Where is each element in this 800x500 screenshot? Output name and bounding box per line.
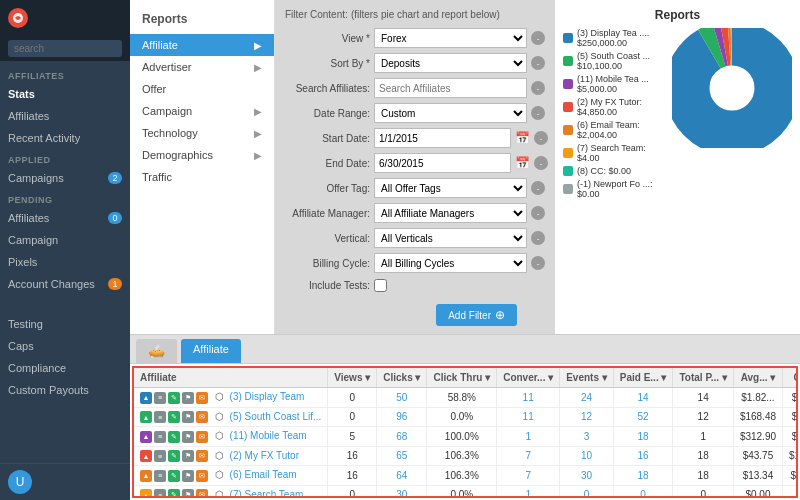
col-paid-e[interactable]: Paid E... ▾ — [613, 368, 673, 388]
reports-item-technology[interactable]: Technology ▶ — [130, 122, 274, 144]
cell-conver: 7 — [497, 446, 560, 466]
filter-clear-vertical[interactable]: - — [531, 231, 545, 245]
legend-dot — [563, 102, 573, 112]
reports-item-advertiser[interactable]: Advertiser ▶ — [130, 56, 274, 78]
affiliate-name-link[interactable]: (5) South Coast Lif... — [230, 411, 322, 422]
sidebar-item-testing[interactable]: Testing — [0, 313, 130, 335]
col-views[interactable]: Views ▾ — [328, 368, 377, 388]
filter-clear-sortby[interactable]: - — [531, 56, 545, 70]
filter-clear-startdate[interactable]: - — [534, 131, 548, 145]
col-avg[interactable]: Avg... ▾ — [733, 368, 782, 388]
sidebar-item-stats[interactable]: Stats — [0, 83, 130, 105]
cell-views: 5 — [328, 427, 377, 447]
filter-clear-offertag[interactable]: - — [531, 181, 545, 195]
col-cost[interactable]: Cost ▾ — [783, 368, 798, 388]
sidebar-item-affiliates-p[interactable]: Affiliates 0 — [0, 207, 130, 229]
arrow-icon: ▶ — [254, 150, 262, 161]
sidebar-item-custom-payouts[interactable]: Custom Payouts — [0, 379, 130, 401]
filter-clear-affmanager[interactable]: - — [531, 206, 545, 220]
calendar-icon[interactable]: 📅 — [515, 131, 530, 145]
tab-pie[interactable]: 🥧 — [136, 339, 177, 363]
include-tests-checkbox[interactable] — [374, 279, 387, 292]
col-total-p[interactable]: Total P... ▾ — [673, 368, 733, 388]
affiliate-name-link[interactable]: (11) Mobile Team — [230, 430, 307, 441]
affiliate-name-link[interactable]: (3) Display Team — [230, 391, 305, 402]
vertical-select[interactable]: All Verticals — [374, 228, 527, 248]
row-icon-flag: ⚑ — [182, 470, 194, 482]
reports-item-campaign[interactable]: Campaign ▶ — [130, 100, 274, 122]
calendar-icon-end[interactable]: 📅 — [515, 156, 530, 170]
filter-clear-view[interactable]: - — [531, 31, 545, 45]
reports-item-traffic[interactable]: Traffic — [130, 166, 274, 188]
view-select[interactable]: Forex — [374, 28, 527, 48]
filter-clear-enddate[interactable]: - — [534, 156, 548, 170]
sidebar: AFFILIATES Stats Affiliates Recent Activ… — [0, 0, 130, 500]
sidebar-item-pixels[interactable]: Pixels — [0, 251, 130, 273]
sidebar-item-campaign[interactable]: Campaign — [0, 229, 130, 251]
row-icon-flag: ⚑ — [182, 392, 194, 404]
row-icon-person: ▲ — [140, 489, 152, 498]
end-date-input[interactable] — [374, 153, 511, 173]
affmanager-select[interactable]: All Affiliate Managers — [374, 203, 527, 223]
add-filter-button[interactable]: Add Filter ⊕ — [436, 304, 517, 326]
col-clicks[interactable]: Clicks ▾ — [377, 368, 427, 388]
affiliate-name-link[interactable]: (7) Search Team — [230, 489, 304, 499]
daterange-select[interactable]: Custom — [374, 103, 527, 123]
cell-paid-e: 0 — [613, 485, 673, 498]
chart-legend: (3) Display Tea .... $250,000.00 (5) Sou… — [563, 28, 664, 202]
tab-affiliate[interactable]: Affiliate — [181, 339, 241, 363]
reports-item-affiliate[interactable]: Affiliate ▶ — [130, 34, 274, 56]
sidebar-item-campaigns[interactable]: Campaigns 2 — [0, 167, 130, 189]
sortby-select[interactable]: Deposits — [374, 53, 527, 73]
row-icon-affiliate: ⬡ — [215, 450, 224, 461]
reports-item-offer[interactable]: Offer — [130, 78, 274, 100]
row-icon-mail: ✉ — [196, 489, 208, 498]
sidebar-item-recent-activity[interactable]: Recent Activity — [0, 127, 130, 149]
sidebar-section-applied: APPLIED — [0, 149, 130, 167]
data-table: Affiliate Views ▾ Clicks ▾ Click Thru ▾ … — [134, 368, 798, 498]
filter-clear-daterange[interactable]: - — [531, 106, 545, 120]
sidebar-item-caps[interactable]: Caps — [0, 335, 130, 357]
col-conver[interactable]: Conver... ▾ — [497, 368, 560, 388]
row-icon-affiliate: ⬡ — [215, 411, 224, 422]
cell-clicks: 64 — [377, 466, 427, 486]
cell-events: 0 — [560, 485, 614, 498]
affiliate-name-link[interactable]: (2) My FX Tutor — [230, 450, 299, 461]
filter-clear-billingcycle[interactable]: - — [531, 256, 545, 270]
start-date-input[interactable] — [374, 128, 511, 148]
filter-label-enddate: End Date: — [285, 158, 370, 169]
affiliate-name-link[interactable]: (6) Email Team — [230, 469, 297, 480]
filter-label-vertical: Vertical: — [285, 233, 370, 244]
filter-row-vertical: Vertical: All Verticals - — [285, 228, 545, 248]
legend-dot — [563, 148, 573, 158]
filter-clear-search[interactable]: - — [531, 81, 545, 95]
legend-dot — [563, 33, 573, 43]
sidebar-item-account-changes[interactable]: Account Changes 1 — [0, 273, 130, 295]
legend-item-mobile-tea: (11) Mobile Tea ... $5,000.00 — [563, 74, 664, 94]
avatar: U — [8, 470, 32, 494]
cell-paid-e: 18 — [613, 466, 673, 486]
cell-events: 10 — [560, 446, 614, 466]
cell-affiliate: ▲ ≡ ✎ ⚑ ✉ ⬡ (2) My FX Tutor — [134, 446, 328, 466]
reports-item-demographics[interactable]: Demographics ▶ — [130, 144, 274, 166]
row-icon-chart: ≡ — [154, 470, 166, 482]
col-events[interactable]: Events ▾ — [560, 368, 614, 388]
legend-dot — [563, 184, 573, 194]
offertag-select[interactable]: All Offer Tags — [374, 178, 527, 198]
col-clickthru[interactable]: Click Thru ▾ — [427, 368, 497, 388]
sidebar-item-compliance[interactable]: Compliance — [0, 357, 130, 379]
table-row: ▲ ≡ ✎ ⚑ ✉ ⬡ (6) Email Team 16 64 106.3% … — [134, 466, 798, 486]
search-input[interactable] — [8, 40, 122, 57]
cell-clickthru: 0.0% — [427, 407, 497, 427]
cell-total-p: 14 — [673, 388, 733, 408]
sidebar-search-area — [0, 36, 130, 61]
cell-events: 3 — [560, 427, 614, 447]
sidebar-item-affiliates[interactable]: Affiliates — [0, 105, 130, 127]
logo-icon — [8, 8, 28, 28]
chart-title: Reports — [563, 8, 792, 22]
filter-label-sortby: Sort By * — [285, 58, 370, 69]
user-profile[interactable]: U — [0, 463, 130, 500]
row-icon-flag: ⚑ — [182, 450, 194, 462]
billingcycle-select[interactable]: All Billing Cycles — [374, 253, 527, 273]
search-affiliates-input[interactable] — [374, 78, 527, 98]
